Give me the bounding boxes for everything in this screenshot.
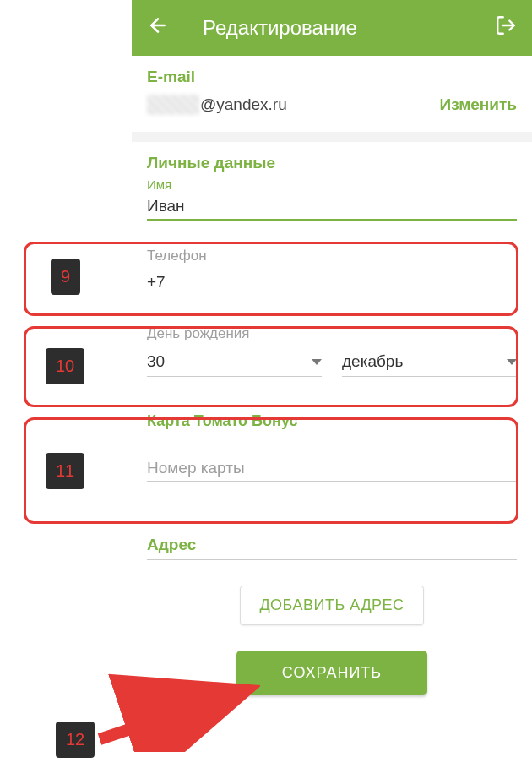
callout-label-10: 10 <box>46 348 84 384</box>
email-redacted <box>147 95 199 115</box>
change-email-link[interactable]: Изменить <box>440 95 517 114</box>
page-title: Редактирование <box>203 16 357 40</box>
email-section: E-mail @yandex.ru Изменить <box>132 56 532 132</box>
callout-box-9 <box>24 242 518 316</box>
name-label: Имя <box>147 177 517 192</box>
callout-label-11: 11 <box>46 453 84 489</box>
personal-label: Личные данные <box>147 154 517 172</box>
address-label: Адрес <box>147 536 517 554</box>
save-button[interactable]: СОХРАНИТЬ <box>236 651 427 695</box>
email-value: @yandex.ru <box>147 95 287 115</box>
callout-label-12: 12 <box>56 722 95 758</box>
email-row: @yandex.ru Изменить <box>147 91 517 123</box>
name-input[interactable] <box>147 193 517 221</box>
add-address-button[interactable]: ДОБАВИТЬ АДРЕС <box>240 586 423 625</box>
email-label: E-mail <box>147 68 517 86</box>
save-row: СОХРАНИТЬ <box>132 642 532 712</box>
personal-section: Личные данные Имя <box>132 142 532 229</box>
callout-box-11 <box>24 417 518 524</box>
email-domain: @yandex.ru <box>200 95 287 114</box>
app-header: Редактирование <box>132 0 532 56</box>
add-address-row: ДОБАВИТЬ АДРЕС <box>132 569 532 642</box>
address-divider <box>147 559 517 560</box>
back-button[interactable] <box>147 14 169 41</box>
callout-label-9: 9 <box>51 259 80 295</box>
callout-box-10 <box>24 326 518 407</box>
logout-button[interactable] <box>495 14 517 41</box>
divider <box>132 132 532 142</box>
